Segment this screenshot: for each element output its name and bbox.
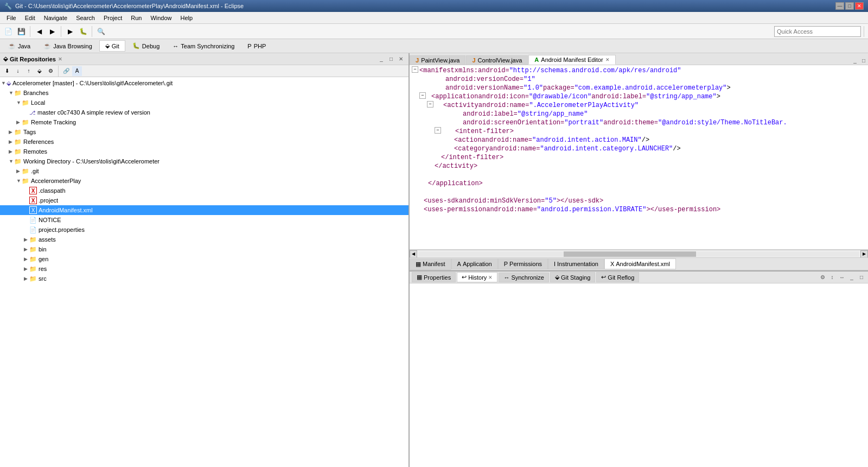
- tree-item-res[interactable]: ▶ 📁 res: [0, 264, 409, 274]
- xml-editor[interactable]: − <manifest xmlns:android="http://schema…: [410, 65, 868, 250]
- perspective-debug[interactable]: 🐛 Debug: [126, 40, 165, 52]
- git-staging-icon: ⬙: [555, 274, 559, 281]
- menu-run[interactable]: Run: [126, 14, 146, 22]
- collapse-5[interactable]: −: [427, 101, 433, 108]
- editor-maximize-button[interactable]: □: [859, 56, 868, 65]
- panel-minimize-button[interactable]: _: [377, 55, 386, 64]
- git-push-button[interactable]: ↑: [24, 66, 34, 76]
- tree-item-accelerometer-root[interactable]: ▼ ⬙ Accelerometer [master] - C:\Users\to…: [0, 78, 409, 88]
- bottom-tab-properties[interactable]: ▦ Properties: [412, 272, 456, 282]
- quick-access-input[interactable]: [774, 26, 861, 37]
- manifest-tab-xml[interactable]: X AndroidManifest.xml: [604, 258, 676, 269]
- bottom-panel-btn3[interactable]: ↔: [838, 273, 846, 282]
- search-button[interactable]: 🔍: [95, 26, 107, 37]
- git-branch-button[interactable]: ⬙: [35, 66, 44, 76]
- new-button[interactable]: 📄: [2, 26, 14, 37]
- scroll-right-btn[interactable]: ▶: [860, 250, 868, 258]
- editor-minimize-button[interactable]: _: [851, 56, 859, 65]
- git-pull-button[interactable]: ↓: [13, 66, 23, 76]
- manifest-tab-application[interactable]: A Application: [451, 258, 498, 269]
- git-repos-toolbar: ⬇ ↓ ↑ ⬙ ⚙ 🔗 A: [0, 65, 409, 77]
- menu-edit[interactable]: Edit: [21, 14, 40, 22]
- collapse-8[interactable]: −: [435, 127, 441, 134]
- git-fetch-button[interactable]: ⬇: [2, 66, 12, 76]
- perspective-java[interactable]: ☕ Java: [2, 40, 36, 52]
- tree-label-git: .git: [31, 168, 39, 174]
- xml-line-1: − <manifest xmlns:android="http://schema…: [412, 66, 866, 75]
- tree-item-gen[interactable]: ▶ 📁 gen: [0, 254, 409, 264]
- tree-item-remotes[interactable]: ▶ 📁 Remotes: [0, 147, 409, 156]
- scroll-track[interactable]: [418, 251, 859, 257]
- menu-help[interactable]: Help: [176, 14, 197, 22]
- git-settings-button[interactable]: ⚙: [46, 66, 55, 76]
- menu-file[interactable]: File: [2, 14, 21, 22]
- tree-arrow-tags: ▶: [9, 129, 14, 135]
- perspective-java-browsing[interactable]: ☕ Java Browsing: [37, 40, 98, 52]
- tree-item-remote-tracking[interactable]: ▶ 📁 Remote Tracking: [0, 117, 409, 127]
- tree-item-classpath[interactable]: X .classpath: [0, 186, 409, 195]
- tree-label-src: src: [39, 275, 47, 282]
- manifest-tab-manifest[interactable]: ▦ Manifest: [410, 258, 451, 270]
- close-button[interactable]: ✕: [855, 2, 864, 10]
- panel-maximize-button[interactable]: □: [387, 55, 395, 64]
- run-button[interactable]: ▶: [64, 26, 76, 37]
- tab-close-icon[interactable]: ✕: [605, 57, 610, 62]
- minimize-button[interactable]: —: [835, 2, 844, 10]
- tree-item-working-dir[interactable]: ▼ 📁 Working Directory - C:\Users\tolis\g…: [0, 156, 409, 166]
- perspective-php[interactable]: P PHP: [241, 41, 272, 52]
- panel-close-button[interactable]: ✕: [397, 55, 405, 64]
- tree-item-assets[interactable]: ▶ 📁 assets: [0, 235, 409, 244]
- collapse-1[interactable]: −: [412, 66, 418, 73]
- tree-arrow-manifest: [24, 207, 29, 213]
- manifest-tab-permissions[interactable]: P Permissions: [498, 258, 548, 269]
- tree-item-git-folder[interactable]: ▶ 📁 .git: [0, 166, 409, 176]
- perm-icon: P: [504, 261, 508, 267]
- tree-item-project-properties[interactable]: 📄 project.properties: [0, 225, 409, 235]
- tree-item-bin[interactable]: ▶ 📁 bin: [0, 244, 409, 254]
- bottom-tab-history[interactable]: ↩ History ✕: [457, 272, 497, 282]
- perspective-git[interactable]: ⬙ Git: [99, 40, 125, 52]
- tree-item-references[interactable]: ▶ 📁 References: [0, 137, 409, 147]
- debug-button[interactable]: 🐛: [77, 26, 89, 37]
- tree-item-androidmanifest[interactable]: X AndroidManifest.xml: [0, 205, 409, 215]
- tab-controlview[interactable]: J ControlView.java: [466, 55, 528, 65]
- save-button[interactable]: 💾: [15, 26, 27, 37]
- tree-item-branches[interactable]: ▼ 📁 Branches: [0, 88, 409, 98]
- manifest-tab-instrumentation[interactable]: I Instrumentation: [548, 258, 604, 269]
- git-link-button[interactable]: 🔗: [61, 66, 71, 76]
- tree-item-master[interactable]: ⎇ master c0c7430 A simple review of vers…: [0, 108, 409, 117]
- bottom-tab-synchronize[interactable]: ↔ Synchronize: [499, 273, 549, 282]
- scroll-left-btn[interactable]: ◀: [410, 250, 417, 258]
- tree-item-accelerometerplay[interactable]: ▼ 📁 AccelerometerPlay: [0, 176, 409, 186]
- bottom-panel-btn4[interactable]: _: [847, 273, 856, 282]
- tree-item-project[interactable]: X .project: [0, 195, 409, 205]
- scroll-thumb[interactable]: [564, 251, 696, 257]
- bottom-panel-maximize[interactable]: □: [857, 273, 866, 282]
- git-active-button[interactable]: A: [72, 66, 82, 76]
- tree-item-tags[interactable]: ▶ 📁 Tags: [0, 127, 409, 137]
- back-button[interactable]: ◀: [33, 26, 45, 37]
- tree-item-src[interactable]: ▶ 📁 src: [0, 274, 409, 283]
- maximize-button[interactable]: □: [845, 2, 854, 10]
- tree-item-notice[interactable]: 📄 NOTICE: [0, 215, 409, 225]
- xml-line-6: android:label="@string/app_name": [412, 110, 866, 118]
- bottom-panel-btn2[interactable]: ↕: [828, 273, 837, 282]
- history-close-icon[interactable]: ✕: [488, 275, 493, 280]
- bottom-tab-git-reflog[interactable]: ↩ Git Reflog: [596, 272, 639, 282]
- bottom-panel-btn1[interactable]: ⚙: [818, 273, 827, 282]
- menu-navigate[interactable]: Navigate: [40, 14, 72, 22]
- xml-line-2: android:versionCode="1": [412, 75, 866, 84]
- collapse-4[interactable]: −: [419, 92, 426, 99]
- forward-button[interactable]: ▶: [46, 26, 58, 37]
- menu-project[interactable]: Project: [99, 14, 126, 22]
- bottom-tab-git-staging[interactable]: ⬙ Git Staging: [550, 272, 595, 282]
- tree-label-working-dir: Working Directory - C:\Users\tolis\git\A…: [23, 158, 159, 165]
- perspective-team-sync[interactable]: ↔ Team Synchronizing: [167, 41, 240, 52]
- menu-window[interactable]: Window: [146, 14, 176, 22]
- properties-icon: ▦: [417, 274, 422, 281]
- tree-item-local[interactable]: ▼ 📁 Local: [0, 98, 409, 108]
- tab-paintview[interactable]: J PaintView.java: [410, 55, 465, 65]
- menu-search[interactable]: Search: [72, 14, 99, 22]
- xml-h-scrollbar[interactable]: ◀ ▶: [410, 250, 868, 257]
- tab-androidmanifest-editor[interactable]: A Android Manifest Editor ✕: [528, 55, 615, 65]
